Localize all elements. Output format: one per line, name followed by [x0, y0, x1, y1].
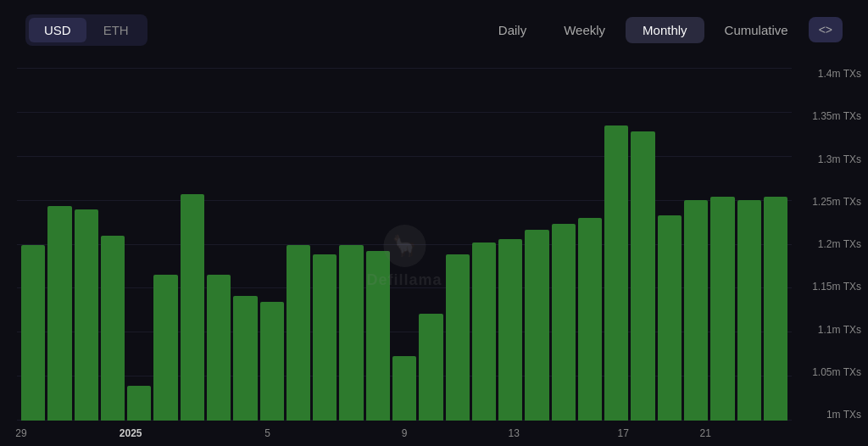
bar[interactable] — [207, 275, 231, 421]
usd-button[interactable]: USD — [29, 18, 86, 42]
y-axis-label: 1.2m TXs — [818, 238, 861, 250]
y-axis-label: 1.1m TXs — [818, 324, 861, 336]
x-axis-label: 17 — [618, 427, 629, 439]
bar[interactable] — [419, 314, 442, 421]
y-axis-label: 1.05m TXs — [812, 366, 861, 378]
y-axis: 1.4m TXs1.35m TXs1.3m TXs1.25m TXs1.2m T… — [792, 68, 868, 446]
bar[interactable] — [710, 197, 734, 421]
y-axis-label: 1m TXs — [826, 409, 861, 421]
x-axis-label: 2025 — [120, 427, 142, 439]
bar[interactable] — [764, 197, 787, 421]
y-axis-label: 1.25m TXs — [812, 196, 861, 208]
watermark-text: Defillama — [366, 271, 442, 289]
watermark-icon: 🦙 — [383, 225, 426, 267]
bar[interactable] — [684, 200, 708, 421]
bar[interactable] — [233, 296, 257, 421]
y-axis-label: 1.35m TXs — [812, 110, 861, 122]
eth-button[interactable]: ETH — [88, 18, 144, 42]
timeframe-group: Daily Weekly Monthly Cumulative <> — [481, 17, 843, 43]
bar[interactable] — [313, 254, 337, 421]
currency-group: USD ETH — [25, 14, 147, 46]
weekly-button[interactable]: Weekly — [547, 17, 622, 43]
bar[interactable] — [287, 245, 310, 421]
daily-button[interactable]: Daily — [481, 17, 543, 43]
bar[interactable] — [339, 245, 363, 421]
chart-area: 🦙 Defillama 29202559131721 1.4m TXs1.35m… — [0, 59, 868, 446]
chart-inner: 🦙 Defillama 29202559131721 — [17, 68, 792, 446]
main-container: USD ETH Daily Weekly Monthly Cumulative … — [0, 0, 868, 446]
bar[interactable] — [446, 254, 470, 421]
bar[interactable] — [260, 302, 284, 421]
y-axis-label: 1.3m TXs — [818, 153, 861, 165]
bar[interactable] — [604, 125, 628, 421]
bar[interactable] — [578, 218, 602, 421]
x-axis-label: 9 — [402, 427, 408, 439]
x-axis-label: 21 — [699, 427, 710, 439]
x-axis: 29202559131721 — [21, 421, 787, 446]
bar[interactable] — [525, 230, 548, 421]
bar[interactable] — [181, 194, 204, 421]
bar[interactable] — [392, 356, 416, 421]
bar[interactable] — [658, 215, 682, 421]
x-axis-label: 5 — [264, 427, 270, 439]
x-axis-label: 13 — [508, 427, 519, 439]
code-button[interactable]: <> — [809, 17, 843, 42]
bar[interactable] — [21, 245, 45, 421]
bar[interactable] — [631, 131, 654, 421]
bar[interactable] — [101, 236, 125, 421]
toolbar: USD ETH Daily Weekly Monthly Cumulative … — [0, 0, 868, 59]
bar[interactable] — [75, 209, 98, 421]
y-axis-label: 1.15m TXs — [812, 281, 861, 293]
bar[interactable] — [127, 386, 151, 421]
bar[interactable] — [153, 275, 177, 421]
bar[interactable] — [472, 243, 496, 421]
cumulative-button[interactable]: Cumulative — [708, 17, 805, 43]
monthly-button[interactable]: Monthly — [626, 17, 704, 43]
x-axis-label: 29 — [15, 427, 26, 439]
bar[interactable] — [47, 206, 71, 421]
watermark: 🦙 Defillama — [366, 225, 442, 289]
bar[interactable] — [737, 200, 761, 421]
y-axis-label: 1.4m TXs — [818, 68, 861, 80]
bar[interactable] — [552, 224, 576, 421]
bar[interactable] — [498, 239, 522, 421]
